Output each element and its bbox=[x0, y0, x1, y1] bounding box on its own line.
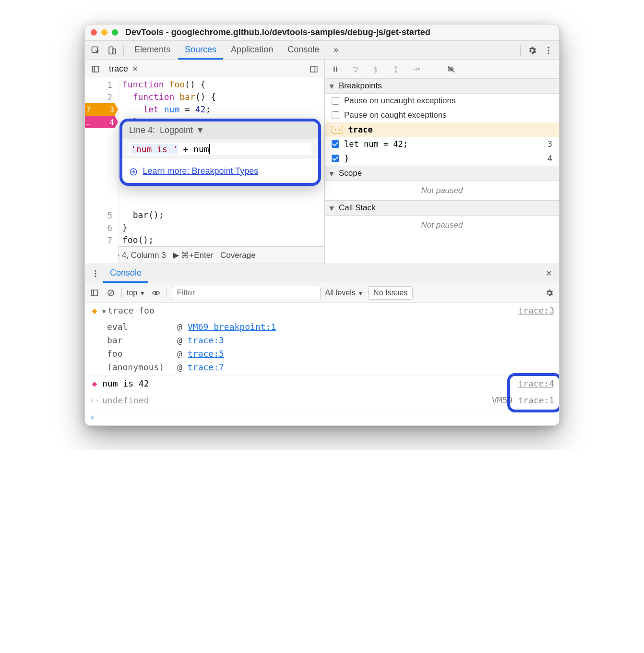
step-into-icon[interactable] bbox=[370, 63, 382, 75]
source-link[interactable]: VM59 trace:1 bbox=[492, 394, 554, 407]
coverage-label[interactable]: Coverage bbox=[220, 251, 256, 260]
stack-frame[interactable]: eval@VM69 breakpoint:1 bbox=[90, 320, 554, 334]
live-expression-icon[interactable] bbox=[150, 287, 162, 299]
pause-caught-row[interactable]: Pause on caught exceptions bbox=[325, 108, 559, 122]
svg-point-18 bbox=[418, 68, 420, 70]
breakpoint-type-select[interactable]: Logpoint▼ bbox=[160, 125, 204, 135]
no-issues-button[interactable]: No Issues bbox=[368, 286, 413, 300]
svg-point-4 bbox=[548, 49, 549, 51]
stack-trace: eval@VM69 breakpoint:1 bar@trace:3 foo@t… bbox=[85, 319, 559, 375]
tab-console[interactable]: Console bbox=[281, 41, 326, 60]
tab-overflow[interactable]: » bbox=[327, 41, 345, 60]
close-icon[interactable]: ✕ bbox=[132, 64, 138, 73]
svg-point-3 bbox=[548, 47, 549, 48]
expand-toggle-icon[interactable]: ▼ bbox=[102, 305, 106, 318]
log-levels-selector[interactable]: All levels ▼ bbox=[325, 289, 363, 297]
console-settings-icon[interactable] bbox=[544, 287, 555, 299]
sources-subbar: trace ✕ bbox=[85, 60, 559, 78]
source-link: trace:3 bbox=[188, 334, 554, 347]
gutter-line[interactable]: 5 bbox=[107, 210, 112, 220]
popup-body: 'num is ' + num​ bbox=[122, 139, 318, 159]
console-message[interactable]: ◆ ▼ trace foo trace:3 bbox=[85, 302, 559, 319]
tab-sources[interactable]: Sources bbox=[178, 41, 223, 60]
pause-icon[interactable] bbox=[330, 63, 341, 75]
svg-point-22 bbox=[95, 270, 96, 271]
window-zoom-button[interactable] bbox=[112, 29, 118, 36]
console-message[interactable]: ◆ num is 42 trace:4 bbox=[85, 375, 559, 392]
device-toggle-icon[interactable] bbox=[104, 41, 119, 60]
close-drawer-icon[interactable]: ✕ bbox=[541, 264, 556, 283]
more-icon[interactable] bbox=[88, 264, 103, 283]
drawer-tab-console[interactable]: Console bbox=[103, 264, 148, 283]
source-link: trace:5 bbox=[188, 347, 554, 361]
logpoint-expression-input[interactable]: 'num is ' + num​ bbox=[129, 143, 311, 155]
devtools-window: DevTools - googlechrome.github.io/devtoo… bbox=[84, 24, 560, 426]
logpoint-icon: ◆ bbox=[90, 377, 99, 390]
gutter-line[interactable]: 6 bbox=[107, 223, 112, 233]
deactivate-breakpoints-icon[interactable] bbox=[445, 63, 457, 75]
svg-rect-11 bbox=[336, 66, 337, 72]
breakpoint-item[interactable]: } 4 bbox=[325, 151, 559, 166]
step-over-icon[interactable] bbox=[350, 63, 361, 75]
more-icon[interactable] bbox=[541, 41, 556, 60]
scope-empty: Not paused bbox=[325, 181, 559, 200]
stack-frame[interactable]: bar@trace:3 bbox=[90, 334, 554, 347]
titlebar: DevTools - googlechrome.github.io/devtoo… bbox=[85, 24, 559, 41]
context-selector[interactable]: top ▼ bbox=[127, 289, 145, 297]
breakpoint-edit-popup: Line 4: Logpoint▼ 'num is ' + num​ Learn… bbox=[119, 119, 321, 186]
prompt-icon: › bbox=[90, 411, 95, 424]
svg-point-5 bbox=[548, 52, 549, 54]
arrow-right-circle-icon bbox=[129, 168, 138, 176]
checkbox[interactable] bbox=[332, 140, 339, 148]
tab-elements[interactable]: Elements bbox=[128, 41, 177, 60]
code-editor[interactable]: 1 2 ?3 ‥4 5 6 7 function foo() { functio… bbox=[85, 78, 325, 264]
checkbox[interactable] bbox=[332, 155, 339, 162]
separator bbox=[520, 45, 521, 56]
callstack-header[interactable]: Call Stack bbox=[325, 200, 559, 216]
run-hint: ▶ ⌘+Enter bbox=[173, 250, 214, 260]
separator bbox=[123, 45, 124, 56]
checkbox[interactable] bbox=[332, 111, 339, 119]
chevron-down-icon: ▼ bbox=[140, 290, 145, 297]
debugger-pane: Breakpoints Pause on uncaught exceptions… bbox=[325, 78, 559, 264]
result-arrow-icon: ‹· bbox=[90, 394, 99, 407]
stack-frame[interactable]: (anonymous)@trace:7 bbox=[90, 361, 554, 374]
source-link[interactable]: trace:3 bbox=[518, 304, 554, 317]
breakpoint-group[interactable]: ‹› trace bbox=[325, 122, 559, 137]
settings-icon[interactable] bbox=[525, 41, 540, 60]
chevron-down-icon bbox=[330, 203, 336, 213]
breakpoints-header[interactable]: Breakpoints bbox=[325, 78, 559, 94]
chevron-down-icon: ▼ bbox=[196, 125, 204, 135]
gutter-line[interactable]: 1 bbox=[107, 80, 112, 90]
stack-frame[interactable]: foo@trace:5 bbox=[90, 347, 554, 361]
svg-point-24 bbox=[95, 276, 96, 277]
window-minimize-button[interactable] bbox=[101, 29, 107, 36]
snippet-icon: ‹› bbox=[332, 126, 343, 133]
popup-footer: Learn more: Breakpoint Types bbox=[122, 159, 318, 183]
debugger-toggle-icon[interactable] bbox=[308, 63, 320, 75]
source-link[interactable]: trace:4 bbox=[518, 377, 554, 390]
svg-rect-6 bbox=[92, 66, 99, 72]
tab-application[interactable]: Application bbox=[224, 41, 280, 60]
logpoint-marker[interactable]: ‥4 bbox=[84, 116, 118, 128]
gutter-line[interactable]: 7 bbox=[107, 235, 112, 245]
step-out-icon[interactable] bbox=[390, 63, 402, 75]
step-icon[interactable] bbox=[410, 63, 422, 75]
console-sidebar-toggle-icon[interactable] bbox=[89, 287, 100, 299]
breakpoint-item[interactable]: let num = 42; 3 bbox=[325, 137, 559, 151]
scope-header[interactable]: Scope bbox=[325, 166, 559, 181]
svg-point-16 bbox=[395, 71, 397, 72]
navigator-toggle-icon[interactable] bbox=[90, 63, 101, 75]
gutter-line[interactable]: 2 bbox=[107, 92, 112, 102]
console-prompt[interactable]: › bbox=[85, 409, 559, 425]
pause-uncaught-row[interactable]: Pause on uncaught exceptions bbox=[325, 94, 559, 108]
window-close-button[interactable] bbox=[91, 29, 97, 36]
file-tab-trace[interactable]: trace ✕ bbox=[106, 60, 141, 78]
conditional-breakpoint-marker[interactable]: ?3 bbox=[84, 103, 118, 116]
inspect-icon[interactable] bbox=[88, 41, 103, 60]
learn-more-link[interactable]: Learn more: Breakpoint Types bbox=[143, 166, 258, 176]
clear-console-icon[interactable] bbox=[105, 287, 117, 299]
filter-input[interactable] bbox=[172, 286, 321, 300]
gutter[interactable]: 1 2 ?3 ‥4 5 6 7 bbox=[85, 78, 119, 264]
checkbox[interactable] bbox=[332, 97, 339, 105]
